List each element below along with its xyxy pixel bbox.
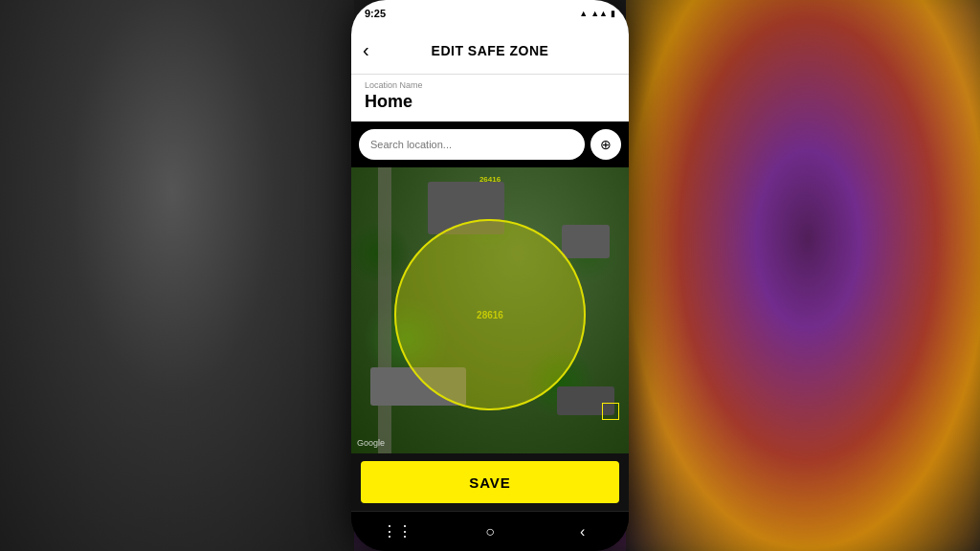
safe-zone-overlay: 28616	[394, 219, 586, 410]
status-icons: ▲ ▲▲ ▮	[579, 9, 615, 18]
crosshair-icon: ⊕	[600, 137, 612, 152]
google-watermark: Google	[357, 438, 385, 448]
save-button[interactable]: SAVE	[361, 461, 619, 503]
signal-icon: ▲▲	[590, 9, 608, 18]
status-bar: 9:25 ▲ ▲▲ ▮	[351, 0, 629, 27]
home-icon: ○	[485, 523, 495, 540]
my-location-button[interactable]: ⊕	[590, 129, 621, 160]
location-name: Home	[365, 92, 615, 112]
location-section: Location Name Home	[351, 75, 629, 121]
search-bar-section: ⊕	[351, 121, 629, 167]
map-corner-icon	[602, 403, 619, 420]
app-header: ‹ EDIT SAFE ZONE	[351, 27, 629, 75]
battery-icon: ▮	[611, 9, 615, 18]
map-top-label: 26416	[479, 175, 501, 184]
safe-zone-label: 28616	[477, 309, 503, 320]
back-button[interactable]: ‹	[363, 39, 369, 61]
location-label: Location Name	[365, 80, 615, 90]
bg-right-panel	[626, 0, 980, 551]
map-road	[378, 167, 391, 453]
bg-left-panel	[0, 0, 354, 551]
nav-menu[interactable]: ⋮⋮	[378, 518, 416, 546]
wifi-icon: ▲	[579, 9, 588, 18]
nav-home[interactable]: ○	[471, 518, 509, 546]
map-area[interactable]: 28616 26416 Google	[351, 167, 629, 453]
nav-back[interactable]: ‹	[564, 518, 602, 546]
menu-icon: ⋮⋮	[382, 522, 412, 540]
save-button-area: SAVE	[351, 453, 629, 511]
phone-frame: 9:25 ▲ ▲▲ ▮ ‹ EDIT SAFE ZONE Location Na…	[351, 0, 629, 551]
search-input[interactable]	[359, 129, 585, 160]
back-nav-icon: ‹	[580, 523, 585, 540]
header-title: EDIT SAFE ZONE	[432, 43, 549, 58]
bottom-nav: ⋮⋮ ○ ‹	[351, 511, 629, 551]
status-time: 9:25	[365, 8, 386, 19]
